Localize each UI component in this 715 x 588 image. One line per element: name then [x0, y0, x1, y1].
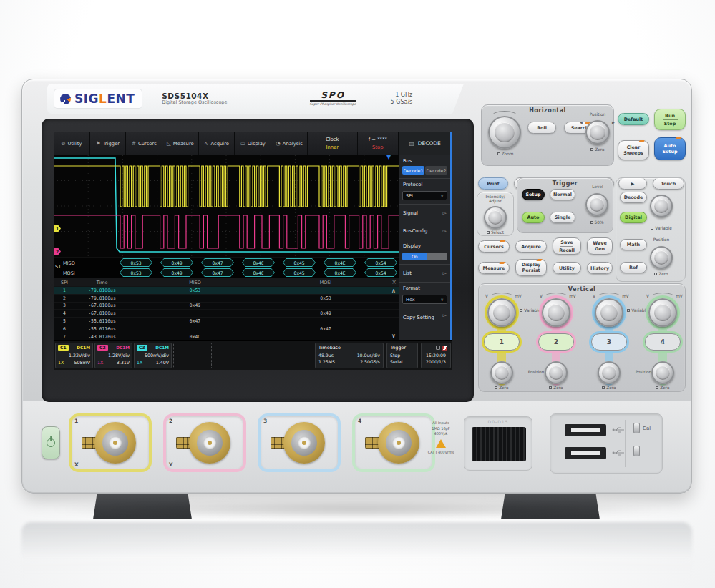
bnc-channel-number: 3: [263, 418, 267, 424]
table-row[interactable]: 6-55.0116us0x47: [54, 325, 399, 333]
table-row[interactable]: 4-67.0100us0x49: [54, 310, 399, 318]
utility-button[interactable]: Utility: [553, 262, 581, 274]
decode-byte-value: 0x53: [120, 258, 152, 267]
channel-1-position-knob[interactable]: [490, 361, 513, 384]
channel-1-scale-knob[interactable]: [487, 298, 516, 327]
channel-3-position-knob[interactable]: [598, 361, 621, 384]
run-stop-button[interactable]: RunStop: [654, 109, 686, 130]
trigger-status-box[interactable]: TriggerStopSerial: [386, 343, 418, 368]
vertical-title: Vertical: [479, 286, 685, 293]
menu-item-copy-setting[interactable]: Copy Setting▻: [399, 308, 450, 323]
clear-sweeps-button[interactable]: ClearSweeps: [618, 140, 649, 160]
v-zero-label: Zero: [648, 386, 677, 390]
table-row[interactable]: 3-67.0100us0x49: [54, 303, 399, 310]
bnc-connector: [283, 422, 325, 464]
channel-4-scale-knob[interactable]: [648, 298, 677, 327]
bnc-group-channel-2: 2Y: [163, 413, 246, 472]
menu-item-busconfig[interactable]: BusConfig▻: [399, 222, 450, 240]
scroll-down-icon[interactable]: ∨: [391, 333, 396, 339]
variable-knob[interactable]: [650, 195, 673, 217]
menu-item-display[interactable]: ▭Display: [235, 132, 271, 155]
trigger-level-knob[interactable]: [585, 193, 608, 216]
menu-item-analysis[interactable]: ◔Analysis: [271, 132, 308, 155]
timebase-box[interactable]: Timebase48.9us10.0us/div1.25MS2.50GS/s: [315, 343, 384, 368]
ref-button[interactable]: Ref: [620, 262, 647, 273]
intensity-adjust-knob[interactable]: [484, 206, 507, 229]
menu-item-acquire[interactable]: ∿Acquire: [199, 132, 235, 155]
table-row[interactable]: 7-43.0120us0x4C: [54, 333, 399, 341]
trigger-frequency-indicator[interactable]: f = ****Stop: [358, 132, 399, 155]
trigger-setup-button[interactable]: Setup: [522, 189, 545, 200]
datetime-box: 15:20:092000/1/3: [421, 343, 451, 368]
timebase-scale: 10.0us/div: [357, 353, 380, 358]
trigger-single-button[interactable]: Single: [550, 212, 575, 223]
channel-status-c1[interactable]: C1DC1M1.22V/div1X508mV: [55, 343, 93, 368]
decode-byte-value: 0x53: [120, 268, 152, 277]
channel-2-position-knob[interactable]: [545, 361, 568, 384]
channel-status-c2[interactable]: C2DC1M1.28V/div1X-3.31V: [94, 343, 132, 368]
coupling-label: DC1M: [116, 346, 130, 350]
menu-item-measure[interactable]: ◺Measure: [162, 132, 199, 155]
measure-button[interactable]: Measure: [478, 262, 510, 274]
table-row[interactable]: 2-79.0100us0x53: [54, 295, 399, 303]
table-cell: -55.0110us: [75, 318, 129, 324]
usb-port-1: [565, 424, 606, 436]
table-cell: 0x53: [129, 288, 261, 293]
channel-2-button[interactable]: 2: [538, 333, 574, 351]
expand-arrow-icon: ▻: [443, 270, 447, 276]
menu-item-label: Analysis: [283, 141, 303, 147]
trigger-normal-button[interactable]: Normal: [550, 189, 575, 200]
menu-item-label: Display: [248, 141, 266, 147]
level-label: Level: [585, 185, 610, 189]
math-button[interactable]: Math: [620, 239, 647, 250]
save-recall-button[interactable]: SaveRecall: [553, 237, 581, 255]
table-row[interactable]: 5-55.0110us0x47: [54, 318, 399, 325]
trigger-auto-button[interactable]: Auto: [522, 212, 545, 223]
channel-3-scale-knob[interactable]: [595, 298, 623, 327]
display-label: Display: [399, 240, 450, 251]
channel-3-button[interactable]: 3: [591, 333, 627, 351]
digital-button[interactable]: Digital: [620, 212, 647, 223]
menu-item-cursors[interactable]: #Cursors: [126, 132, 162, 155]
channel-4-button[interactable]: 4: [645, 333, 681, 351]
channel-1-button[interactable]: 1: [484, 333, 520, 351]
menu-item-trigger[interactable]: ⚑Trigger: [90, 132, 127, 155]
channel-4-position-knob[interactable]: [651, 361, 674, 384]
horizontal-scale-knob[interactable]: [488, 116, 521, 149]
scroll-up-icon[interactable]: ∧: [391, 288, 396, 294]
close-icon[interactable]: ×: [391, 279, 397, 285]
bus-tab-decode1[interactable]: Decode1: [402, 166, 424, 175]
protocol-dropdown[interactable]: SPI∨: [402, 191, 447, 200]
menu-item-list[interactable]: List▻: [399, 264, 450, 282]
display-persist-button[interactable]: DisplayPersist: [515, 259, 547, 276]
channel-scale: 1.28V/div: [97, 353, 130, 358]
format-dropdown[interactable]: Hex∨: [402, 295, 447, 304]
chevron-down-icon: ∨: [441, 297, 444, 302]
roll-button[interactable]: Roll: [527, 122, 556, 134]
decode-byte-value: 0x49: [160, 268, 193, 277]
menu-item-utility[interactable]: ⊚Utility: [54, 132, 90, 155]
table-row[interactable]: 1-79.0100us0x53: [54, 287, 399, 295]
cursors-button[interactable]: Cursors: [478, 240, 510, 253]
auto-setup-button[interactable]: AutoSetup: [654, 137, 686, 160]
wave-gen-button[interactable]: WaveGen: [587, 237, 613, 255]
v-zero-label: Zero: [487, 386, 516, 390]
acquire-button[interactable]: Acquire: [515, 240, 547, 253]
channel-2-scale-knob[interactable]: [542, 298, 570, 327]
menu-item-label: Measure: [173, 141, 194, 147]
power-button[interactable]: [42, 426, 60, 459]
horizontal-position-knob[interactable]: [585, 120, 610, 144]
bus-tabs: Decode1Decode2: [399, 166, 450, 178]
waveform-area: ▼12: [54, 155, 399, 257]
menu-item-signal[interactable]: Signal▻: [399, 204, 450, 222]
print-button[interactable]: Print: [478, 177, 508, 190]
table-scrollbar[interactable]: ∧∨: [389, 288, 398, 339]
decode-button[interactable]: Decode: [620, 192, 647, 203]
display-on-off-toggle[interactable]: On: [402, 253, 447, 260]
channel-status-c3[interactable]: C3DC1M500mV/div1X-1.40V: [134, 343, 172, 368]
default-button[interactable]: Default: [618, 113, 649, 125]
right-position-knob[interactable]: [650, 246, 673, 269]
history-button[interactable]: History: [587, 262, 613, 274]
bus-tab-decode2[interactable]: Decode2: [425, 166, 447, 175]
clock-source-indicator[interactable]: ClockInner: [308, 132, 358, 155]
